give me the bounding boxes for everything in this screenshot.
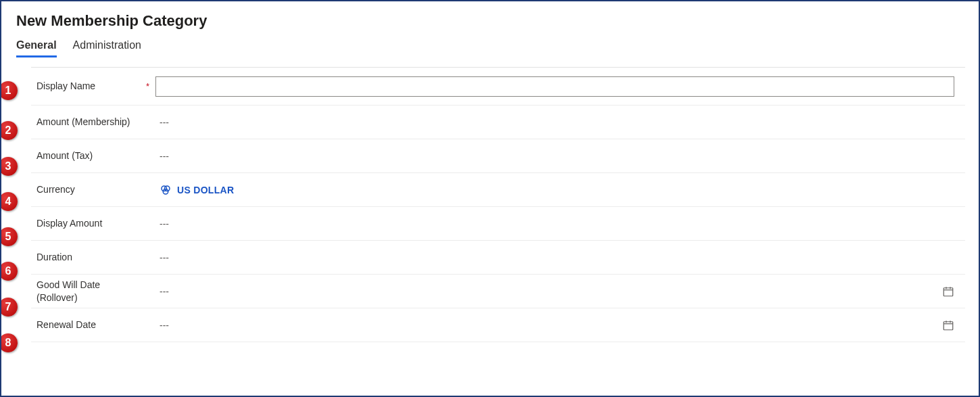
label-renewal-date: Renewal Date: [31, 319, 146, 331]
callout-badge-5: 5: [0, 227, 18, 246]
amount-membership-value[interactable]: ---: [155, 117, 169, 128]
display-amount-value[interactable]: ---: [155, 218, 169, 229]
callout-badge-3: 3: [0, 157, 18, 176]
callout-badge-6: 6: [0, 262, 18, 281]
goodwill-date-value[interactable]: ---: [155, 286, 169, 297]
page-title: New Membership Category: [16, 12, 965, 30]
svg-rect-7: [944, 321, 953, 329]
calendar-icon[interactable]: [942, 319, 954, 331]
label-display-amount: Display Amount: [31, 217, 146, 229]
label-currency: Currency: [31, 183, 146, 195]
duration-value[interactable]: ---: [155, 252, 169, 263]
form-frame: New Membership Category General Administ…: [0, 0, 980, 397]
required-mark: *: [146, 81, 149, 91]
row-amount-tax: Amount (Tax) ---: [31, 139, 965, 173]
row-goodwill-date: Good Will Date (Rollover) ---: [31, 275, 965, 308]
amount-tax-value[interactable]: ---: [155, 151, 169, 162]
row-display-name: Display Name *: [31, 68, 965, 106]
label-amount-membership: Amount (Membership): [31, 116, 146, 128]
label-duration: Duration: [31, 251, 146, 263]
tab-general[interactable]: General: [16, 37, 57, 57]
row-renewal-date: Renewal Date ---: [31, 308, 965, 342]
callout-badge-8: 8: [0, 333, 18, 352]
currency-value: US DOLLAR: [177, 185, 234, 195]
row-currency: Currency US DOLLAR: [31, 173, 965, 207]
svg-rect-3: [944, 287, 953, 296]
form-area: Display Name * Amount (Membership) --- A…: [31, 67, 965, 342]
callout-badge-1: 1: [0, 81, 18, 100]
currency-entity-icon: [160, 184, 172, 196]
row-display-amount: Display Amount ---: [31, 207, 965, 241]
callout-badge-7: 7: [0, 298, 18, 317]
currency-lookup[interactable]: US DOLLAR: [155, 184, 234, 196]
renewal-date-value[interactable]: ---: [155, 320, 169, 331]
display-name-input[interactable]: [155, 76, 954, 97]
callout-badge-4: 4: [0, 192, 18, 211]
label-display-name: Display Name: [31, 80, 146, 92]
calendar-icon[interactable]: [942, 285, 954, 298]
row-amount-membership: Amount (Membership) ---: [31, 106, 965, 139]
label-goodwill-date: Good Will Date (Rollover): [31, 279, 146, 303]
callout-badge-2: 2: [0, 121, 18, 140]
label-amount-tax: Amount (Tax): [31, 149, 146, 162]
svg-point-2: [163, 189, 168, 194]
tab-administration[interactable]: Administration: [73, 37, 141, 57]
tab-bar: General Administration: [16, 37, 965, 57]
row-duration: Duration ---: [31, 241, 965, 275]
